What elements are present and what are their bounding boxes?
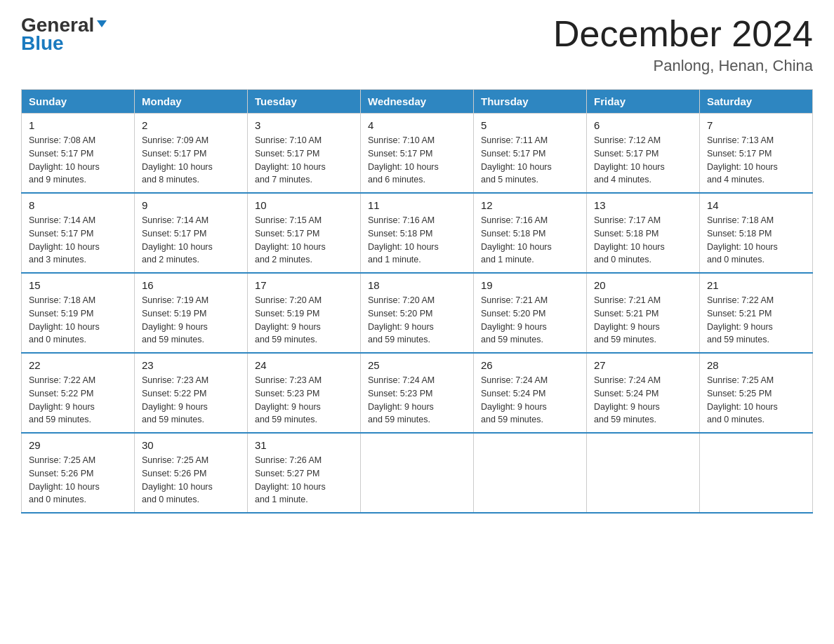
col-saturday: Saturday [700,90,813,114]
day-info: Sunrise: 7:15 AMSunset: 5:17 PMDaylight:… [255,214,353,267]
day-number: 12 [481,199,579,211]
day-info: Sunrise: 7:10 AMSunset: 5:17 PMDaylight:… [368,134,466,187]
day-number: 31 [255,439,353,451]
col-wednesday: Wednesday [361,90,474,114]
day-number: 18 [368,279,466,291]
calendar-cell: 22Sunrise: 7:22 AMSunset: 5:22 PMDayligh… [22,353,135,433]
calendar-subtitle: Panlong, Henan, China [553,57,813,75]
col-thursday: Thursday [474,90,587,114]
calendar-cell: 26Sunrise: 7:24 AMSunset: 5:24 PMDayligh… [474,353,587,433]
calendar-cell: 3Sunrise: 7:10 AMSunset: 5:17 PMDaylight… [248,114,361,194]
col-friday: Friday [587,90,700,114]
calendar-cell: 12Sunrise: 7:16 AMSunset: 5:18 PMDayligh… [474,193,587,273]
calendar-cell: 19Sunrise: 7:21 AMSunset: 5:20 PMDayligh… [474,273,587,353]
day-number: 28 [707,359,805,371]
day-info: Sunrise: 7:22 AMSunset: 5:22 PMDaylight:… [29,374,127,427]
calendar-cell: 27Sunrise: 7:24 AMSunset: 5:24 PMDayligh… [587,353,700,433]
calendar-cell: 25Sunrise: 7:24 AMSunset: 5:23 PMDayligh… [361,353,474,433]
day-number: 10 [255,199,353,211]
calendar-week-3: 15Sunrise: 7:18 AMSunset: 5:19 PMDayligh… [22,273,813,353]
calendar-cell: 16Sunrise: 7:19 AMSunset: 5:19 PMDayligh… [135,273,248,353]
day-info: Sunrise: 7:10 AMSunset: 5:17 PMDaylight:… [255,134,353,187]
day-info: Sunrise: 7:25 AMSunset: 5:25 PMDaylight:… [707,374,805,427]
day-number: 21 [707,279,805,291]
day-number: 2 [142,119,240,131]
day-info: Sunrise: 7:25 AMSunset: 5:26 PMDaylight:… [29,454,127,507]
calendar-cell: 10Sunrise: 7:15 AMSunset: 5:17 PMDayligh… [248,193,361,273]
col-sunday: Sunday [22,90,135,114]
day-number: 6 [594,119,692,131]
day-number: 26 [481,359,579,371]
day-number: 15 [29,279,127,291]
calendar-week-1: 1Sunrise: 7:08 AMSunset: 5:17 PMDaylight… [22,114,813,194]
day-number: 8 [29,199,127,211]
calendar-cell: 7Sunrise: 7:13 AMSunset: 5:17 PMDaylight… [700,114,813,194]
calendar-cell [587,433,700,513]
day-info: Sunrise: 7:14 AMSunset: 5:17 PMDaylight:… [142,214,240,267]
day-number: 20 [594,279,692,291]
day-number: 29 [29,439,127,451]
calendar-table: Sunday Monday Tuesday Wednesday Thursday… [21,89,813,514]
day-info: Sunrise: 7:21 AMSunset: 5:21 PMDaylight:… [594,294,692,347]
calendar-title: December 2024 [553,14,813,54]
day-number: 4 [368,119,466,131]
day-info: Sunrise: 7:09 AMSunset: 5:17 PMDaylight:… [142,134,240,187]
logo-arrow-icon [95,18,108,33]
calendar-week-2: 8Sunrise: 7:14 AMSunset: 5:17 PMDaylight… [22,193,813,273]
day-number: 19 [481,279,579,291]
day-number: 9 [142,199,240,211]
day-info: Sunrise: 7:14 AMSunset: 5:17 PMDaylight:… [29,214,127,267]
day-info: Sunrise: 7:12 AMSunset: 5:17 PMDaylight:… [594,134,692,187]
calendar-cell [361,433,474,513]
day-info: Sunrise: 7:24 AMSunset: 5:23 PMDaylight:… [368,374,466,427]
day-number: 30 [142,439,240,451]
day-info: Sunrise: 7:25 AMSunset: 5:26 PMDaylight:… [142,454,240,507]
calendar-title-area: December 2024 Panlong, Henan, China [553,14,813,75]
day-info: Sunrise: 7:22 AMSunset: 5:21 PMDaylight:… [707,294,805,347]
calendar-cell: 23Sunrise: 7:23 AMSunset: 5:22 PMDayligh… [135,353,248,433]
day-info: Sunrise: 7:20 AMSunset: 5:20 PMDaylight:… [368,294,466,347]
day-info: Sunrise: 7:19 AMSunset: 5:19 PMDaylight:… [142,294,240,347]
calendar-cell: 14Sunrise: 7:18 AMSunset: 5:18 PMDayligh… [700,193,813,273]
calendar-cell: 24Sunrise: 7:23 AMSunset: 5:23 PMDayligh… [248,353,361,433]
day-info: Sunrise: 7:24 AMSunset: 5:24 PMDaylight:… [481,374,579,427]
day-number: 13 [594,199,692,211]
day-info: Sunrise: 7:16 AMSunset: 5:18 PMDaylight:… [368,214,466,267]
day-info: Sunrise: 7:26 AMSunset: 5:27 PMDaylight:… [255,454,353,507]
calendar-cell: 11Sunrise: 7:16 AMSunset: 5:18 PMDayligh… [361,193,474,273]
day-number: 14 [707,199,805,211]
day-info: Sunrise: 7:16 AMSunset: 5:18 PMDaylight:… [481,214,579,267]
calendar-header-row: Sunday Monday Tuesday Wednesday Thursday… [22,90,813,114]
calendar-cell [474,433,587,513]
calendar-week-5: 29Sunrise: 7:25 AMSunset: 5:26 PMDayligh… [22,433,813,513]
logo: General Blue [21,14,110,55]
calendar-cell: 9Sunrise: 7:14 AMSunset: 5:17 PMDaylight… [135,193,248,273]
day-info: Sunrise: 7:17 AMSunset: 5:18 PMDaylight:… [594,214,692,267]
col-tuesday: Tuesday [248,90,361,114]
calendar-cell: 2Sunrise: 7:09 AMSunset: 5:17 PMDaylight… [135,114,248,194]
calendar-cell: 21Sunrise: 7:22 AMSunset: 5:21 PMDayligh… [700,273,813,353]
logo-blue-text: Blue [21,32,64,54]
calendar-cell: 5Sunrise: 7:11 AMSunset: 5:17 PMDaylight… [474,114,587,194]
day-number: 27 [594,359,692,371]
day-info: Sunrise: 7:18 AMSunset: 5:18 PMDaylight:… [707,214,805,267]
calendar-cell: 1Sunrise: 7:08 AMSunset: 5:17 PMDaylight… [22,114,135,194]
calendar-cell: 30Sunrise: 7:25 AMSunset: 5:26 PMDayligh… [135,433,248,513]
calendar-cell: 31Sunrise: 7:26 AMSunset: 5:27 PMDayligh… [248,433,361,513]
calendar-cell: 15Sunrise: 7:18 AMSunset: 5:19 PMDayligh… [22,273,135,353]
calendar-cell [700,433,813,513]
day-number: 11 [368,199,466,211]
calendar-cell: 13Sunrise: 7:17 AMSunset: 5:18 PMDayligh… [587,193,700,273]
day-info: Sunrise: 7:18 AMSunset: 5:19 PMDaylight:… [29,294,127,347]
day-number: 24 [255,359,353,371]
day-number: 1 [29,119,127,131]
day-number: 16 [142,279,240,291]
day-info: Sunrise: 7:13 AMSunset: 5:17 PMDaylight:… [707,134,805,187]
col-monday: Monday [135,90,248,114]
calendar-week-4: 22Sunrise: 7:22 AMSunset: 5:22 PMDayligh… [22,353,813,433]
day-number: 25 [368,359,466,371]
day-info: Sunrise: 7:20 AMSunset: 5:19 PMDaylight:… [255,294,353,347]
day-number: 22 [29,359,127,371]
calendar-cell: 8Sunrise: 7:14 AMSunset: 5:17 PMDaylight… [22,193,135,273]
page-header: General Blue December 2024 Panlong, Hena… [21,14,813,75]
